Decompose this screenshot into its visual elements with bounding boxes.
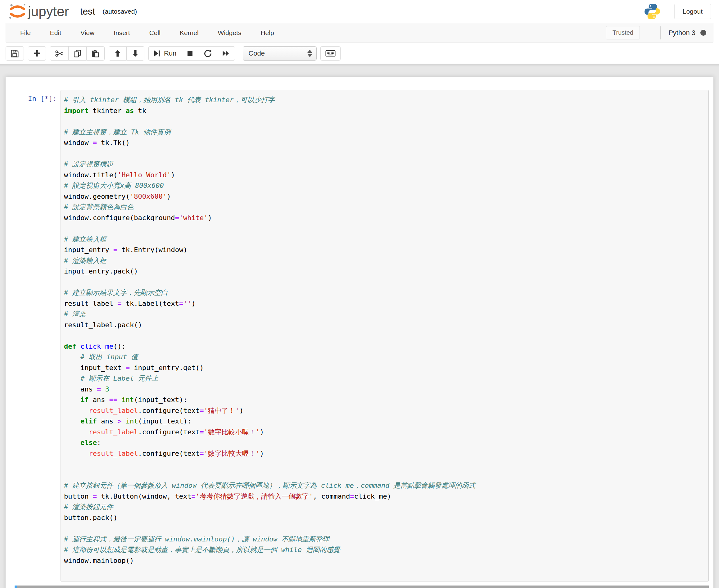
code-line [64, 523, 705, 534]
cell-type-selector[interactable]: Code [243, 46, 317, 61]
code-line: import tkinter as tk [64, 106, 705, 117]
menu-item-kernel[interactable]: Kernel [172, 29, 206, 37]
code-line [64, 223, 705, 234]
next-cell-top-edge [15, 586, 709, 588]
menu-item-insert[interactable]: Insert [106, 29, 138, 37]
copy-cell-button[interactable] [68, 46, 86, 61]
code-line: result_label = tk.Label(text='') [64, 298, 705, 309]
plus-icon [33, 49, 41, 58]
paste-icon [91, 49, 100, 58]
header-right: Logout [644, 3, 711, 20]
code-line: input_text = input_entry.get() [64, 363, 705, 374]
code-line: # 這部份可以想成是電影或是動畫，事實上是不斷翻頁，所以就是一個 while 迴… [64, 545, 705, 555]
menu-item-edit[interactable]: Edit [43, 29, 69, 37]
paste-cell-button[interactable] [86, 46, 105, 61]
code-line: # 渲染輸入框 [64, 255, 705, 266]
code-line [64, 566, 705, 577]
move-cell-down-button[interactable] [126, 46, 144, 61]
next-cell-border [17, 586, 709, 588]
cut-cell-button[interactable] [50, 46, 68, 61]
code-line: window.configure(background='white') [64, 213, 705, 224]
code-line [64, 148, 705, 159]
code-line: result_label.configure(text='數字比較小喔！') [64, 427, 705, 438]
insert-cell-below-button[interactable] [28, 46, 46, 61]
code-line: # 設定視窗大小寬x高 800x600 [64, 181, 705, 191]
restart-run-all-button[interactable] [217, 46, 235, 61]
code-line: else: [64, 437, 705, 448]
header: jupyter test (autosaved) Logout [0, 0, 719, 23]
trusted-button[interactable]: Trusted [606, 26, 640, 39]
notebook-area: In [*]: # 引入 tkinter 模組，始用別名 tk 代表 tkint… [0, 64, 719, 588]
refresh-icon [204, 49, 212, 58]
toolbar: Run [0, 43, 719, 64]
scissors-icon [55, 49, 64, 58]
code-line [64, 330, 705, 341]
logout-button[interactable]: Logout [674, 4, 711, 19]
notebook-container: In [*]: # 引入 tkinter 模組，始用別名 tk 代表 tkint… [5, 77, 713, 588]
code-line: def click_me(): [64, 341, 705, 352]
code-line: # 建立顯示結果文字，先顯示空白 [64, 288, 705, 298]
notebook-title[interactable]: test [80, 6, 95, 17]
select-arrows-icon [308, 50, 312, 57]
save-button[interactable] [5, 46, 24, 61]
menu-item-help[interactable]: Help [253, 29, 281, 37]
cell-type-value: Code [248, 49, 308, 58]
code-line [64, 116, 705, 127]
jupyter-logo-text: jupyter [28, 4, 69, 19]
kernel-busy-indicator-icon [700, 30, 706, 36]
arrow-up-icon [114, 49, 122, 58]
code-line: window = tk.Tk() [64, 138, 705, 148]
code-line: # 建立輸入框 [64, 234, 705, 245]
fast-forward-icon [221, 49, 230, 58]
menu-item-file[interactable]: File [13, 29, 38, 37]
menu-bar: FileEditViewInsertCellKernelWidgetsHelp … [5, 23, 713, 43]
code-line [64, 459, 705, 470]
code-line: window.mainloop() [64, 555, 705, 566]
command-palette-button[interactable] [320, 46, 341, 61]
kernel-name: Python 3 [669, 29, 695, 37]
code-line: # 渲染 [64, 309, 705, 320]
code-line: input_entry.pack() [64, 266, 705, 277]
code-line: # 顯示在 Label 元件上 [64, 373, 705, 384]
code-line: input_entry = tk.Entry(window) [64, 245, 705, 255]
code-line [64, 470, 705, 481]
code-line: # 渲染按鈕元件 [64, 502, 705, 512]
floppy-icon [10, 49, 19, 58]
divider [660, 26, 661, 39]
code-line: result_label.pack() [64, 320, 705, 331]
code-line: result_label.configure(text='猜中了！') [64, 405, 705, 416]
checkpoint-status: (autosaved) [102, 8, 137, 15]
arrow-down-icon [131, 49, 140, 58]
code-editor[interactable]: # 引入 tkinter 模組，始用別名 tk 代表 tkinter，可以少打字… [61, 90, 709, 582]
code-line: # 引入 tkinter 模組，始用別名 tk 代表 tkinter，可以少打字 [64, 95, 705, 106]
code-line: window.geometry('800x600') [64, 191, 705, 202]
menu-item-widgets[interactable]: Widgets [211, 29, 249, 37]
code-line: button.pack() [64, 512, 705, 523]
code-cell[interactable]: In [*]: # 引入 tkinter 模組，始用別名 tk 代表 tkint… [10, 90, 709, 582]
move-cell-up-button[interactable] [109, 46, 126, 61]
menus: FileEditViewInsertCellKernelWidgetsHelp [13, 29, 286, 37]
code-lines: # 引入 tkinter 模組，始用別名 tk 代表 tkinter，可以少打字… [64, 95, 705, 577]
code-line: result_label.configure(text='數字比較大喔！') [64, 448, 705, 459]
code-line: window.title('Hello World') [64, 170, 705, 181]
jupyter-notebook-app: jupyter test (autosaved) Logout FileEdit… [0, 0, 719, 588]
code-line: # 建立主視窗，建立 Tk 物件實例 [64, 127, 705, 138]
copy-icon [73, 49, 82, 58]
menubar-right: Trusted Python 3 [606, 26, 710, 39]
code-line: ans = 3 [64, 384, 705, 395]
interrupt-kernel-button[interactable] [181, 46, 199, 61]
menu-item-view[interactable]: View [73, 29, 102, 37]
python-logo-icon [644, 3, 661, 20]
code-line [64, 277, 705, 288]
code-line: button = tk.Button(window, text='考考你猜數字遊… [64, 491, 705, 502]
stop-icon [186, 49, 194, 58]
step-forward-icon [153, 49, 161, 58]
input-prompt: In [*]: [10, 90, 61, 582]
code-line: # 運行主程式，最後一定要運行 window.mainloop()，讓 wind… [64, 534, 705, 545]
jupyter-logo[interactable]: jupyter [9, 3, 69, 20]
menu-item-cell[interactable]: Cell [142, 29, 168, 37]
jupyter-logo-icon [9, 3, 26, 20]
restart-kernel-button[interactable] [199, 46, 217, 61]
run-button-label: Run [164, 49, 176, 58]
run-cell-button[interactable]: Run [148, 46, 181, 61]
